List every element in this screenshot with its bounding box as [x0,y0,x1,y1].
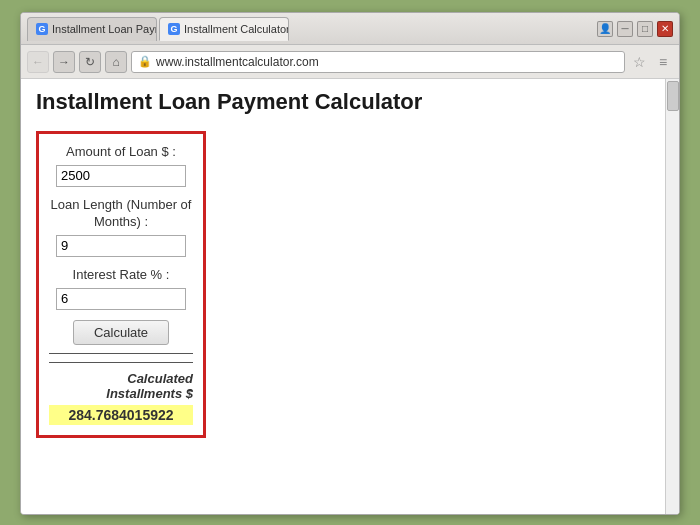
menu-icon[interactable]: ≡ [653,52,673,72]
page-content: Installment Loan Payment Calculator Amou… [21,79,679,514]
forward-button[interactable]: → [53,51,75,73]
tab-1-label: Installment Loan Payment... [52,23,157,35]
divider [49,353,193,354]
nav-right: ☆ ≡ [629,52,673,72]
loan-length-label: Loan Length (Number of Months) : [49,197,193,231]
result-label: Calculated Installments $ [49,371,193,401]
loan-length-input[interactable] [56,235,186,257]
calculate-button[interactable]: Calculate [73,320,169,345]
loan-amount-input[interactable] [56,165,186,187]
calculator-panel: Amount of Loan $ : Loan Length (Number o… [36,131,206,438]
user-button[interactable]: 👤 [597,21,613,37]
interest-rate-label: Interest Rate % : [49,267,193,284]
divider-2 [49,362,193,363]
interest-rate-input[interactable] [56,288,186,310]
scroll-thumb[interactable] [667,81,679,111]
close-button[interactable]: ✕ [657,21,673,37]
refresh-button[interactable]: ↻ [79,51,101,73]
maximize-button[interactable]: □ [637,21,653,37]
address-text: www.installmentcalculator.com [156,55,618,69]
nav-bar: ← → ↻ ⌂ 🔒 www.installmentcalculator.com … [21,45,679,79]
tab-2-label: Installment Calculator - C... [184,23,289,35]
bookmark-icon[interactable]: ☆ [629,52,649,72]
address-bar[interactable]: 🔒 www.installmentcalculator.com [131,51,625,73]
tab-2[interactable]: G Installment Calculator - C... ✕ [159,17,289,41]
tab-2-favicon: G [168,23,180,35]
browser-window: G Installment Loan Payment... ✕ G Instal… [20,12,680,515]
tab-1-favicon: G [36,23,48,35]
window-controls: 👤 ─ □ ✕ [597,21,673,37]
tab-1[interactable]: G Installment Loan Payment... ✕ [27,17,157,41]
page-title: Installment Loan Payment Calculator [36,89,664,119]
loan-amount-label: Amount of Loan $ : [49,144,193,161]
title-bar: G Installment Loan Payment... ✕ G Instal… [21,13,679,45]
address-lock-icon: 🔒 [138,55,152,68]
scrollbar[interactable] [665,79,679,514]
minimize-button[interactable]: ─ [617,21,633,37]
result-value: 284.7684015922 [49,405,193,425]
home-button[interactable]: ⌂ [105,51,127,73]
back-button[interactable]: ← [27,51,49,73]
tab-bar: G Installment Loan Payment... ✕ G Instal… [27,17,289,41]
